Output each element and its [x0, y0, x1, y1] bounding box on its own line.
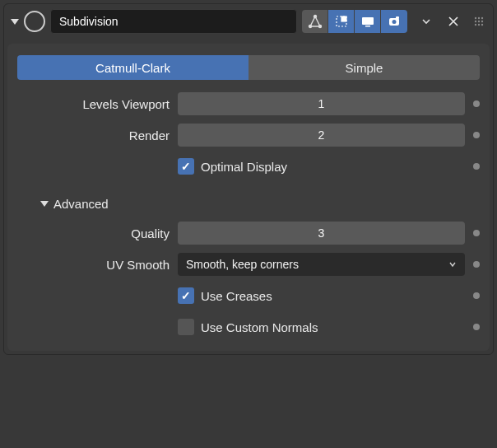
svg-point-17 — [478, 24, 480, 26]
use-custom-normals-label[interactable]: Use Custom Normals — [201, 320, 318, 334]
uv-smooth-value: Smooth, keep corners — [186, 258, 299, 271]
render-toggle[interactable] — [381, 10, 407, 33]
modifier-header — [7, 7, 490, 35]
svg-point-15 — [481, 21, 483, 22]
chevron-down-icon — [40, 201, 49, 207]
use-custom-normals-checkbox[interactable] — [178, 319, 194, 335]
levels-viewport-anim-dot[interactable] — [473, 100, 480, 107]
optimal-display-checkbox[interactable] — [178, 158, 194, 175]
uv-smooth-label: UV Smooth — [17, 258, 170, 272]
tab-simple[interactable]: Simple — [248, 55, 480, 80]
use-creases-label[interactable]: Use Creases — [201, 289, 272, 303]
render-anim-dot[interactable] — [473, 132, 480, 138]
svg-rect-9 — [396, 16, 399, 19]
advanced-label: Advanced — [53, 197, 109, 211]
optimal-display-label[interactable]: Optimal Display — [201, 160, 287, 174]
optimal-display-anim-dot[interactable] — [473, 163, 480, 170]
advanced-section-toggle[interactable]: Advanced — [17, 185, 480, 221]
svg-point-16 — [475, 24, 476, 26]
levels-viewport-input[interactable]: 1 — [178, 92, 465, 115]
visibility-toggles — [302, 10, 407, 33]
quality-input[interactable]: 3 — [178, 222, 465, 245]
svg-point-12 — [481, 17, 483, 19]
uv-smooth-anim-dot[interactable] — [473, 261, 480, 268]
quality-anim-dot[interactable] — [473, 230, 480, 236]
subdivision-type-tabs: Catmull-Clark Simple — [17, 55, 480, 80]
svg-point-13 — [475, 21, 476, 22]
svg-point-11 — [478, 17, 480, 19]
render-input[interactable]: 2 — [178, 124, 465, 147]
use-creases-anim-dot[interactable] — [473, 292, 480, 299]
edit-mode-toggle[interactable] — [302, 10, 328, 33]
svg-point-14 — [478, 21, 480, 22]
extras-dropdown[interactable] — [417, 10, 435, 33]
svg-point-0 — [309, 26, 311, 28]
svg-point-8 — [392, 20, 397, 24]
tab-catmull-clark[interactable]: Catmull-Clark — [17, 55, 248, 80]
modifier-panel: Catmull-Clark Simple Levels Viewport 1 R… — [3, 3, 494, 355]
subdivision-icon — [24, 11, 45, 32]
use-creases-checkbox[interactable] — [178, 287, 194, 304]
modifier-body: Catmull-Clark Simple Levels Viewport 1 R… — [7, 44, 490, 351]
chevron-down-icon — [448, 260, 457, 268]
drag-handle[interactable] — [471, 12, 486, 31]
svg-point-10 — [475, 17, 476, 19]
cage-toggle[interactable] — [328, 10, 355, 33]
viewport-toggle[interactable] — [355, 10, 381, 33]
quality-label: Quality — [17, 226, 170, 240]
expand-toggle[interactable] — [11, 19, 19, 25]
levels-viewport-label: Levels Viewport — [17, 97, 170, 111]
svg-rect-6 — [365, 26, 370, 27]
uv-smooth-select[interactable]: Smooth, keep corners — [178, 253, 465, 276]
modifier-name-input[interactable] — [50, 9, 297, 34]
svg-point-2 — [314, 16, 316, 18]
delete-modifier-button[interactable] — [444, 12, 463, 31]
svg-rect-4 — [341, 16, 346, 21]
render-label: Render — [17, 128, 170, 142]
svg-rect-5 — [362, 17, 374, 25]
svg-point-1 — [318, 26, 321, 28]
svg-point-18 — [481, 24, 483, 26]
use-custom-normals-anim-dot[interactable] — [473, 324, 480, 330]
